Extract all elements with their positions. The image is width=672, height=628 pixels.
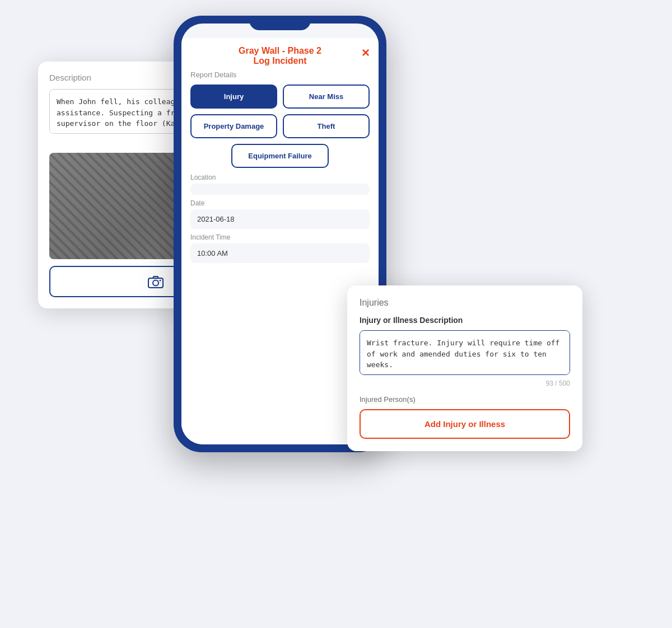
camera-icon [148, 275, 164, 288]
incident-type-row-3: Equipment Failure [190, 144, 370, 168]
incident-type-theft[interactable]: Theft [283, 114, 370, 138]
report-details-label: Report Details [190, 71, 370, 79]
incident-type-near-miss[interactable]: Near Miss [283, 85, 370, 109]
location-field: Location [190, 174, 370, 195]
svg-point-1 [153, 280, 158, 286]
incident-type-row-2: Property Damage Theft [190, 114, 370, 138]
location-label: Location [190, 174, 370, 181]
incident-type-equipment-failure[interactable]: Equipment Failure [231, 144, 328, 168]
phone-notch [249, 16, 311, 30]
location-value[interactable] [190, 184, 370, 195]
injury-description-label: Injury or Illness Description [360, 316, 570, 325]
screen-header: Gray Wall - Phase 2 Log Incident × [181, 38, 379, 71]
time-label: Incident Time [190, 233, 370, 241]
date-value[interactable]: 2021-06-18 [190, 209, 370, 229]
screen-body: Report Details Injury Near Miss Property… [181, 71, 379, 273]
time-field: Incident Time 10:00 AM [190, 233, 370, 263]
screen-title: Log Incident [187, 56, 373, 66]
injury-description-textarea[interactable] [360, 330, 570, 375]
incident-type-row-1: Injury Near Miss [190, 85, 370, 109]
time-value[interactable]: 10:00 AM [190, 243, 370, 263]
close-button[interactable]: × [362, 46, 370, 59]
injured-persons-label: Injured Person(s) [360, 395, 570, 404]
injuries-card: Injuries Injury or Illness Description 9… [347, 285, 582, 451]
injuries-card-title: Injuries [360, 298, 570, 308]
incident-type-injury[interactable]: Injury [190, 85, 277, 109]
incident-type-property-damage[interactable]: Property Damage [190, 114, 277, 138]
project-name: Gray Wall - Phase 2 [187, 46, 373, 56]
date-field: Date 2021-06-18 [190, 199, 370, 229]
add-injury-button[interactable]: Add Injury or Illness [360, 409, 570, 439]
svg-point-2 [160, 280, 161, 282]
date-label: Date [190, 199, 370, 207]
injury-counter: 93 / 500 [360, 379, 570, 387]
